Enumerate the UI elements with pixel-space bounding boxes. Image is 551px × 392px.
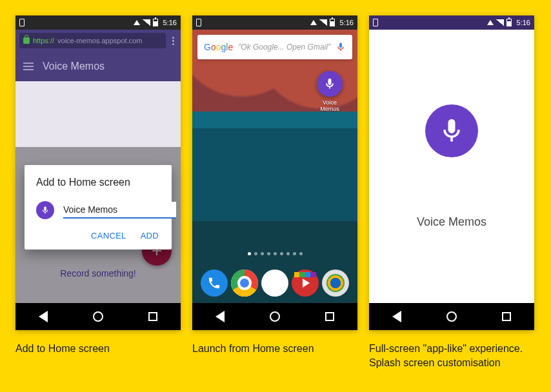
wifi-icon: [134, 20, 140, 25]
android-navbar: [369, 303, 534, 330]
app-drawer-icon[interactable]: [261, 270, 288, 297]
lock-icon: [23, 37, 30, 44]
google-logo: Google: [204, 42, 233, 52]
chrome-app-icon[interactable]: [231, 270, 258, 297]
dev-icon: [196, 19, 201, 26]
clock: 5:16: [517, 19, 530, 26]
url-protocol: https://: [33, 37, 54, 44]
clock: 5:16: [340, 19, 354, 26]
header-title: Voice Memos: [43, 61, 105, 72]
statusbar: 5:16: [15, 15, 181, 30]
caption-1: Add to Home screen: [15, 342, 181, 369]
browser-menu-button[interactable]: [170, 37, 177, 45]
mic-icon: [36, 201, 54, 219]
back-button[interactable]: [390, 310, 403, 323]
camera-app-icon[interactable]: [322, 270, 349, 297]
shortcut-name-input[interactable]: [63, 202, 176, 219]
search-hint: "Ok Google... Open Gmail": [233, 43, 336, 52]
phone-app-icon[interactable]: [201, 270, 228, 297]
battery-icon: [153, 19, 158, 26]
add-to-home-dialog: Add to Home screen CANCEL ADD: [25, 165, 172, 250]
android-navbar: [192, 303, 357, 330]
dialog-title: Add to Home screen: [36, 177, 160, 188]
url-host: voice-memos.appspot.com: [57, 37, 142, 44]
wifi-icon: [487, 20, 494, 25]
browser-url-bar[interactable]: https://voice-memos.appspot.com: [15, 30, 181, 52]
add-button[interactable]: ADD: [141, 231, 159, 240]
mic-icon: [317, 71, 343, 97]
clock: 5:16: [163, 19, 177, 26]
home-button[interactable]: [268, 310, 281, 323]
home-button[interactable]: [445, 310, 458, 323]
play-movies-icon[interactable]: [292, 270, 319, 297]
caption-3: Full-screen "app-like" experience. Splas…: [369, 342, 534, 369]
statusbar: 5:16: [369, 15, 534, 30]
splash-mic-icon: [425, 104, 478, 157]
signal-icon: [319, 19, 327, 26]
statusbar: 5:16: [192, 15, 357, 30]
phone-add-to-home: 5:16 https://voice-memos.appspot.com Voi…: [15, 15, 181, 330]
battery-icon: [506, 19, 512, 26]
signal-icon: [143, 19, 150, 26]
home-button[interactable]: [92, 310, 105, 323]
cancel-button[interactable]: CANCEL: [91, 231, 126, 240]
caption-2: Launch from Home screen: [192, 342, 357, 369]
splash-title: Voice Memos: [417, 215, 486, 229]
shortcut-label: Voice Memos: [315, 99, 345, 112]
app-header: Voice Memos: [15, 52, 181, 81]
google-search-bar[interactable]: Google "Ok Google... Open Gmail": [197, 35, 352, 59]
signal-icon: [496, 19, 504, 26]
recents-button[interactable]: [146, 310, 159, 323]
recents-button[interactable]: [500, 310, 513, 323]
voice-memos-shortcut[interactable]: Voice Memos: [315, 71, 345, 112]
wifi-icon: [310, 20, 317, 25]
recents-button[interactable]: [323, 310, 336, 323]
back-button[interactable]: [37, 310, 50, 323]
dock: [192, 270, 357, 297]
dev-icon: [373, 19, 378, 26]
dev-icon: [19, 19, 25, 26]
android-navbar: [15, 303, 181, 330]
page-indicator[interactable]: [192, 252, 357, 255]
back-button[interactable]: [214, 310, 226, 323]
url-field[interactable]: https://voice-memos.appspot.com: [19, 33, 166, 48]
hamburger-icon[interactable]: [23, 63, 34, 70]
voice-search-icon[interactable]: [336, 42, 346, 52]
phone-home-screen: 5:16 Google "Ok Google... Open Gmail" Vo…: [192, 15, 357, 330]
phone-splash: 5:16 Voice Memos: [369, 15, 534, 330]
battery-icon: [330, 19, 335, 26]
